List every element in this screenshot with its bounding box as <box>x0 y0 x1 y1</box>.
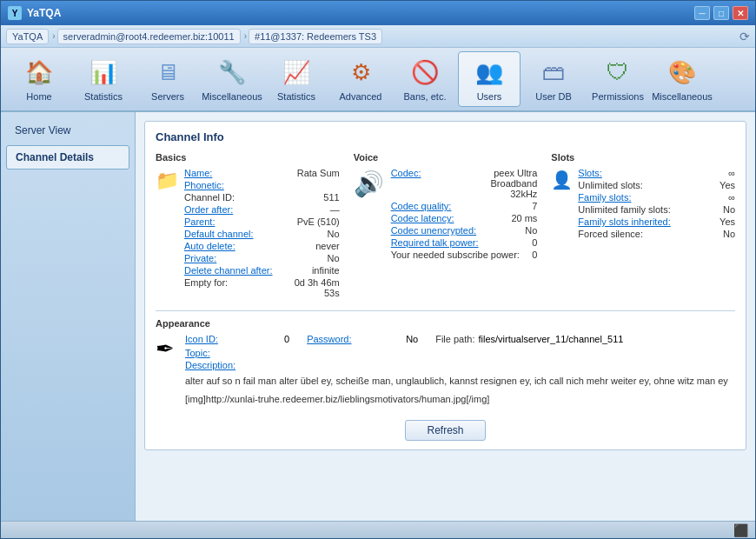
default-channel-row: Default channel: No <box>184 229 340 239</box>
required-talk-power-row: Required talk power: 0 <box>391 237 538 248</box>
addr-arrow-2: › <box>244 31 247 41</box>
toolbar-userdb[interactable]: 🗃 User DB <box>522 51 585 107</box>
toolbar-miscellaneous2-label: Miscellaneous <box>652 91 713 102</box>
icon-id-label[interactable]: Icon ID: <box>185 334 281 344</box>
userdb-icon: 🗃 <box>536 57 571 90</box>
panel-title: Channel Info <box>156 130 735 143</box>
family-slots-inherited-label[interactable]: Family slots inherited: <box>578 216 673 227</box>
addr-arrow-1: › <box>52 31 55 41</box>
channel-id-value: 511 <box>280 192 340 203</box>
order-after-label[interactable]: Order after: <box>184 204 280 215</box>
voice-section: Voice 🔊 Codec: peex Ultra Broadband 32kH… <box>354 152 538 300</box>
appearance-grid: ✒ Icon ID: 0 Password: No <box>156 334 735 406</box>
icon-id-group: Icon ID: 0 <box>185 334 289 344</box>
description-row: Description: <box>185 360 735 370</box>
servers-icon: 🖥 <box>150 57 185 90</box>
slots-icon: 👤 <box>551 170 573 190</box>
delete-channel-after-value: infinite <box>280 265 340 276</box>
voice-fields: Codec: peex Ultra Broadband 32kHz Codec … <box>391 168 538 262</box>
delete-channel-after-row: Delete channel after: infinite <box>184 265 340 276</box>
toolbar-advanced[interactable]: ⚙ Advanced <box>329 51 392 107</box>
default-channel-value: No <box>280 229 340 239</box>
codec-unencrypted-row: Codec unencrypted: No <box>391 225 538 236</box>
codec-latency-label[interactable]: Codec latency: <box>391 213 487 223</box>
minimize-button[interactable]: ─ <box>694 6 710 20</box>
description-label[interactable]: Description: <box>185 360 281 370</box>
toolbar-miscellaneous2[interactable]: 🎨 Miscellaneous <box>651 51 713 107</box>
unlimited-slots-label: Unlimited slots: <box>578 180 673 190</box>
toolbar-statistics1[interactable]: 📊 Statistics <box>72 51 135 107</box>
codec-unencrypted-label[interactable]: Codec unencrypted: <box>391 225 487 236</box>
family-slots-label[interactable]: Family slots: <box>578 192 673 203</box>
order-after-value: — <box>280 204 340 215</box>
miscellaneous1-icon: 🔧 <box>215 57 249 90</box>
private-label[interactable]: Private: <box>184 253 280 263</box>
private-value: No <box>280 253 340 263</box>
required-talk-power-label[interactable]: Required talk power: <box>391 237 487 248</box>
toolbar-userdb-label: User DB <box>535 91 572 102</box>
title-controls: ─ □ ✕ <box>694 6 748 20</box>
appearance-section: Appearance ✒ Icon ID: 0 Passw <box>156 318 735 406</box>
voice-icon: 🔊 <box>354 170 384 198</box>
codec-quality-row: Codec quality: 7 <box>391 201 538 211</box>
toolbar-home-label: Home <box>26 91 51 102</box>
content-area: Channel Info Basics 📁 Name: Rata Sum <box>136 112 755 521</box>
icon-id-value: 0 <box>284 334 289 344</box>
family-slots-inherited-row: Family slots inherited: Yes <box>578 216 735 227</box>
description-img: [img]http://xunlai-truhe.redeemer.biz/li… <box>185 392 735 407</box>
appearance-icon: ✒ <box>156 336 175 363</box>
forced-silence-row: Forced silence: No <box>578 229 735 239</box>
toolbar-bans[interactable]: 🚫 Bans, etc. <box>394 51 456 107</box>
addr-refresh-icon[interactable]: ⟳ <box>739 30 750 43</box>
subscribe-power-value: 0 <box>521 250 538 260</box>
name-value: Rata Sum <box>280 168 340 178</box>
file-path-label: File path: <box>435 334 474 344</box>
toolbar-bans-label: Bans, etc. <box>404 91 447 102</box>
codec-quality-label[interactable]: Codec quality: <box>391 201 487 211</box>
file-path-group: File path: files/virtualserver_11/channe… <box>435 334 623 344</box>
delete-channel-after-label[interactable]: Delete channel after: <box>184 265 280 276</box>
title-bar: Y YaTQA ─ □ ✕ <box>1 1 755 25</box>
toolbar-servers-label: Servers <box>151 91 184 102</box>
codec-label[interactable]: Codec: <box>391 168 487 178</box>
unlimited-family-slots-row: Unlimited family slots: No <box>578 204 735 215</box>
addr-segment-1[interactable]: YaTQA <box>6 29 49 44</box>
toolbar-users[interactable]: 👥 Users <box>458 51 521 107</box>
permissions-icon: 🛡 <box>600 57 635 90</box>
channel-info-panel: Channel Info Basics 📁 Name: Rata Sum <box>144 121 746 450</box>
app-icon: Y <box>8 6 22 20</box>
statusbar-icon: ⬛ <box>733 523 748 537</box>
refresh-button[interactable]: Refresh <box>405 420 485 441</box>
toolbar-statistics2[interactable]: 📈 Statistics <box>265 51 328 107</box>
phonetic-row: Phonetic: <box>184 180 340 190</box>
addr-segment-2[interactable]: serveradmin@root4.redeemer.biz:10011 <box>57 29 241 44</box>
topic-label[interactable]: Topic: <box>185 348 281 358</box>
codec-latency-value: 20 ms <box>487 213 538 223</box>
advanced-icon: ⚙ <box>343 57 378 90</box>
default-channel-label[interactable]: Default channel: <box>184 229 280 239</box>
name-row: Name: Rata Sum <box>184 168 340 178</box>
codec-latency-row: Codec latency: 20 ms <box>391 213 538 223</box>
sidebar-item-channel-details[interactable]: Channel Details <box>6 145 129 170</box>
slots-label[interactable]: Slots: <box>578 168 673 178</box>
toolbar-permissions[interactable]: 🛡 Permissions <box>587 51 649 107</box>
toolbar-miscellaneous1[interactable]: 🔧 Miscellaneous <box>201 51 263 107</box>
sidebar-item-server-view[interactable]: Server View <box>6 119 129 142</box>
description-text: alter auf so n fail man alter übel ey, s… <box>185 374 735 389</box>
slots-value: ∞ <box>673 168 735 178</box>
toolbar-servers[interactable]: 🖥 Servers <box>136 51 199 107</box>
toolbar-home[interactable]: 🏠 Home <box>8 51 70 107</box>
close-button[interactable]: ✕ <box>733 6 748 20</box>
main-area: Server View Channel Details Channel Info… <box>1 112 755 521</box>
sidebar: Server View Channel Details <box>1 112 136 521</box>
name-label[interactable]: Name: <box>184 168 280 178</box>
phonetic-label[interactable]: Phonetic: <box>184 180 280 190</box>
password-label[interactable]: Password: <box>307 334 402 344</box>
parent-label[interactable]: Parent: <box>184 216 280 227</box>
slots-header: Slots <box>551 152 735 163</box>
auto-delete-label[interactable]: Auto delete: <box>184 241 280 251</box>
maximize-button[interactable]: □ <box>713 6 729 20</box>
family-slots-inherited-value: Yes <box>673 216 735 227</box>
users-icon: 👥 <box>472 57 507 90</box>
addr-segment-3[interactable]: #11@1337: Redeemers TS3 <box>249 29 382 44</box>
